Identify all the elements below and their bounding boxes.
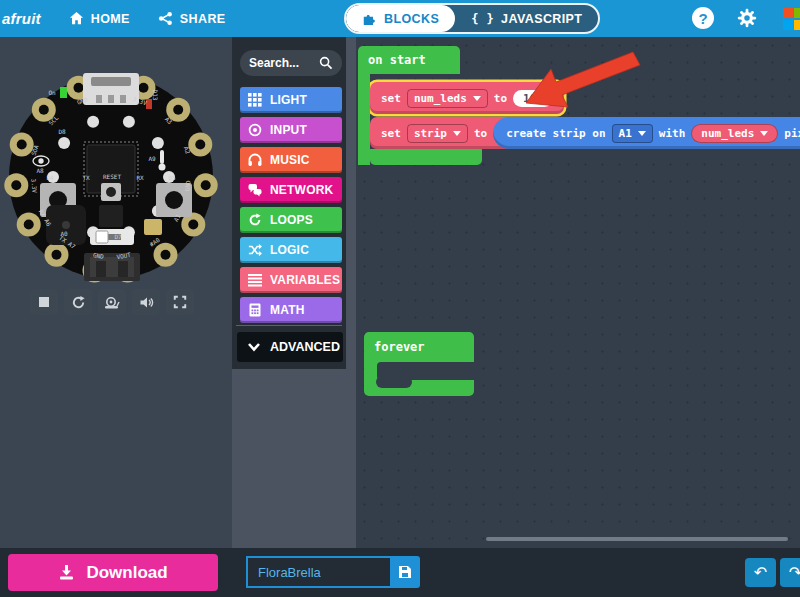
category-light[interactable]: LIGHT: [240, 87, 342, 113]
tab-blocks-label: BLOCKS: [384, 12, 439, 26]
redo-icon: ↷: [789, 563, 800, 582]
variable-dropdown-strip[interactable]: strip: [407, 124, 468, 143]
board-label: On: [48, 89, 56, 96]
grid-icon: [248, 93, 262, 107]
category-variables[interactable]: VARIABLES: [240, 267, 342, 293]
search-icon: [319, 56, 333, 70]
set-keyword: set: [381, 127, 401, 140]
on-start-header[interactable]: on start: [358, 46, 460, 74]
sensor-pad: [144, 219, 162, 235]
num-leds-variable-pill[interactable]: num_leds: [691, 124, 778, 143]
horizontal-scrollbar[interactable]: [486, 537, 788, 541]
top-bar: afruit HOME SHARE BLOCKS { } JAVASCRIPT …: [0, 0, 800, 37]
undo-button[interactable]: ↶: [745, 558, 776, 587]
board-label: D5: [168, 174, 176, 181]
tab-javascript[interactable]: { } JAVASCRIPT: [455, 5, 598, 32]
sim-sound-button[interactable]: [132, 289, 160, 315]
number-value-160[interactable]: 160: [513, 90, 553, 107]
speaker-icon: [139, 295, 154, 310]
create-strip-label: create strip on: [506, 127, 605, 140]
project-name-input[interactable]: [246, 556, 390, 588]
circuit-playground-board[interactable]: GNDSCLSDA3.3VRX A6TX A7GND3.3VA3A2GNDA1#…: [0, 37, 232, 287]
settings-gear-icon[interactable]: [736, 7, 758, 29]
reset-button[interactable]: [101, 183, 121, 201]
undo-icon: ↶: [754, 563, 767, 582]
headphones-icon: [248, 153, 262, 167]
pixels-keyword: pixels: [784, 127, 800, 140]
toolbox-search[interactable]: [240, 50, 342, 76]
category-music[interactable]: MUSIC: [240, 147, 342, 173]
caret-icon: [473, 96, 481, 101]
board-label: 3.3V: [30, 178, 38, 193]
tab-javascript-label: JAVASCRIPT: [501, 12, 582, 26]
simulator-controls: [30, 289, 194, 315]
download-button[interactable]: Download: [8, 554, 218, 591]
ms-square-red: [783, 8, 793, 18]
sim-stop-button[interactable]: [30, 289, 58, 315]
category-network[interactable]: NETWORK: [240, 177, 342, 203]
project-name-group: [246, 556, 420, 588]
board-label: D13: [152, 90, 159, 101]
caret-icon: [638, 131, 646, 136]
slide-switch-d7[interactable]: [90, 229, 134, 245]
share-label: SHARE: [180, 12, 226, 26]
help-button[interactable]: ?: [692, 7, 714, 29]
category-label: MATH: [270, 303, 305, 317]
board-label: A9: [148, 155, 156, 162]
fullscreen-icon: [173, 295, 187, 309]
pin-dropdown-a1[interactable]: A1: [612, 124, 653, 143]
variable-name: num_leds: [701, 127, 754, 140]
calculator-icon: [248, 303, 262, 317]
to-keyword: to: [474, 127, 487, 140]
share-button[interactable]: SHARE: [158, 11, 226, 26]
board-label: D7: [114, 233, 122, 240]
microsoft-logo: [783, 8, 800, 30]
category-list: LIGHT INPUT MUSIC NETWORK LOOPS LOGIC: [240, 87, 342, 327]
floppy-save-icon: [398, 565, 412, 579]
chevron-down-icon: [247, 342, 261, 352]
board-label: D4: [46, 174, 54, 181]
board-label: D8: [58, 128, 66, 135]
on-start-block[interactable]: on start set num_leds to 160 set strip t…: [358, 46, 800, 165]
ms-square-blue: [783, 20, 793, 30]
set-strip-block[interactable]: set strip to create strip on A1 with num…: [370, 117, 800, 149]
home-button[interactable]: HOME: [69, 11, 130, 26]
stop-icon: [38, 296, 50, 308]
set-num-leds-block[interactable]: set num_leds to 160: [370, 82, 564, 114]
home-label: HOME: [91, 12, 130, 26]
category-math[interactable]: MATH: [240, 297, 342, 323]
category-label: NETWORK: [270, 183, 333, 197]
on-led: [60, 87, 67, 98]
category-logic[interactable]: LOGIC: [240, 237, 342, 263]
simulator-panel: GNDSCLSDA3.3VRX A6TX A7GND3.3VA3A2GNDA1#…: [0, 37, 232, 548]
variable-name: num_leds: [414, 92, 467, 105]
category-label: LOGIC: [270, 243, 309, 257]
sim-restart-button[interactable]: [64, 289, 92, 315]
search-input[interactable]: [249, 56, 319, 70]
blocks-workspace[interactable]: on start set num_leds to 160 set strip t…: [356, 37, 800, 548]
toolbox-divider: [236, 325, 342, 326]
tab-blocks[interactable]: BLOCKS: [346, 5, 455, 32]
sim-slowmo-button[interactable]: [98, 289, 126, 315]
set-keyword: set: [381, 92, 401, 105]
category-advanced[interactable]: ADVANCED: [237, 332, 343, 362]
category-loops[interactable]: LOOPS: [240, 207, 342, 233]
create-strip-block[interactable]: create strip on A1 with num_leds pixels: [493, 117, 800, 149]
target-icon: [248, 123, 262, 137]
download-label: Download: [86, 563, 167, 583]
variable-name: strip: [414, 127, 447, 140]
adafruit-logo[interactable]: afruit: [0, 10, 41, 27]
sim-fullscreen-button[interactable]: [166, 289, 194, 315]
forever-block[interactable]: forever: [364, 332, 474, 396]
category-label: LOOPS: [270, 213, 313, 227]
board-label: TX: [82, 174, 90, 181]
advanced-label: ADVANCED: [270, 340, 340, 354]
chat-bubbles-icon: [248, 183, 262, 197]
save-button[interactable]: [390, 556, 420, 588]
to-keyword: to: [494, 92, 507, 105]
category-input[interactable]: INPUT: [240, 117, 342, 143]
variable-dropdown-num-leds[interactable]: num_leds: [407, 89, 488, 108]
puzzle-icon: [362, 11, 377, 26]
download-icon: [58, 564, 75, 581]
redo-button[interactable]: ↷: [780, 558, 800, 587]
